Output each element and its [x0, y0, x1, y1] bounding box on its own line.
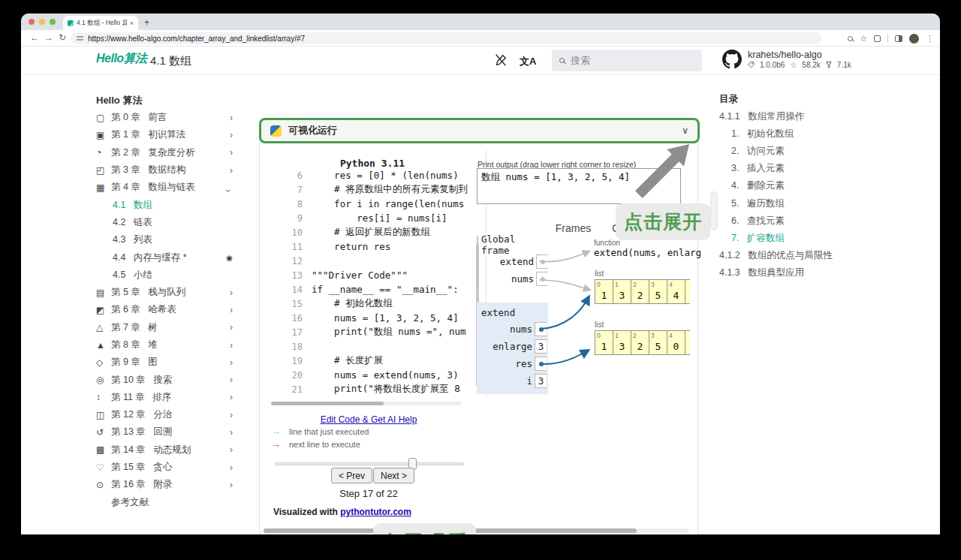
next-button[interactable]: Next >	[373, 468, 414, 483]
toc-item[interactable]: 4.1.3 数组典型应用	[719, 264, 851, 282]
sidebar-item[interactable]: 4.4 内存与缓存 * ◉	[96, 248, 233, 266]
toc-item[interactable]: 2. 访问元素	[719, 143, 851, 160]
annotation-arrow-left-icon	[315, 533, 371, 534]
sidebar-item-label: 第 9 章 图	[111, 356, 224, 369]
edit-code-link[interactable]: Edit Code & Get AI Help	[264, 414, 474, 425]
sidebar-item[interactable]: ▢ 第 0 章 前言 ›	[96, 109, 233, 126]
sidebar-item-label: 第 16 章 附录	[111, 478, 224, 491]
sidebar-item[interactable]: 4.5 小结	[96, 266, 233, 284]
browser-window: 4.1 数组 - Hello 算法 × + ← → ↻ https://www.…	[21, 14, 940, 534]
sidebar-item[interactable]: ▲ 第 8 章 堆 ›	[96, 336, 233, 354]
sidebar-item[interactable]: △ 第 7 章 树 ›	[96, 319, 233, 336]
code-text: """Driver Code"""	[312, 269, 408, 281]
bookmark-star-icon[interactable]: ☆	[860, 34, 867, 44]
sidebar-item[interactable]: ◎ 第 10 章 搜索 ›	[96, 371, 233, 388]
chapter-icon: ▦	[96, 182, 111, 193]
sidebar-item[interactable]: ◰ 第 3 章 数据结构 ›	[96, 161, 233, 179]
new-tab-button[interactable]: +	[144, 17, 149, 28]
prev-button[interactable]: < Prev	[331, 468, 372, 483]
green-arrow-icon: →	[271, 426, 285, 436]
github-repo-link[interactable]: krahets/hello-algo 1.0.0b6 ☆ 58.2k 7.1k	[722, 50, 851, 69]
fork-icon	[826, 61, 832, 69]
fullscreen-window-button[interactable]	[50, 19, 56, 25]
pythontutor-link[interactable]: pythontutor.com	[340, 507, 411, 517]
toc: 目录 4.1.1 数组常用操作 1. 初始化数组 2. 访问元素	[719, 90, 851, 282]
sidebar-item[interactable]: ▦ 第 4 章 数组与链表 ›	[96, 179, 233, 196]
chapter-icon: ◫	[96, 410, 111, 420]
toc-item[interactable]: 7. 扩容数组	[719, 230, 851, 247]
side-panel-icon[interactable]	[895, 35, 902, 42]
sidebar-item[interactable]: ▤ 第 5 章 栈与队列 ›	[96, 284, 233, 301]
minimize-window-button[interactable]	[39, 19, 45, 25]
chapter-icon: ◰	[96, 165, 111, 176]
sidebar-item[interactable]: 4.3 列表	[96, 231, 233, 248]
line-number: 13	[285, 270, 303, 281]
toc-item-label: 1. 初始化数组	[731, 128, 794, 140]
slider-track[interactable]	[275, 462, 464, 465]
chevron-icon: ›	[224, 480, 233, 490]
sidebar-item-label: 第 13 章 回溯	[111, 426, 224, 438]
sidebar-item[interactable]: ◫ 第 12 章 分治 ›	[96, 406, 233, 423]
tab-close-icon[interactable]: ×	[130, 20, 134, 27]
toc-item[interactable]: 5. 遍历数组	[719, 194, 851, 212]
toc-item[interactable]: 1. 初始化数组	[719, 125, 851, 143]
sidebar-item[interactable]: ⊙ 第 16 章 附录 ›	[96, 476, 233, 493]
profile-avatar[interactable]	[909, 34, 919, 44]
chapter-icon: △	[96, 322, 111, 333]
toc-item[interactable]: 3. 插入元素	[719, 160, 851, 177]
chevron-icon: ›	[223, 183, 233, 192]
code-text: res[i] = nums[i]	[312, 212, 447, 224]
sidebar-item[interactable]: ▩ 第 14 章 动态规划 ›	[96, 441, 233, 459]
zoom-icon[interactable]	[848, 36, 853, 41]
chevron-icon: ›	[224, 322, 233, 333]
line-number: 10	[285, 227, 303, 238]
tag-icon	[748, 61, 755, 69]
url-bar[interactable]: https://www.hello-algo.com/chapter_array…	[71, 32, 821, 44]
sidebar-item[interactable]: 参考文献	[96, 494, 233, 511]
sidebar-item[interactable]: ◔ 第 2 章 复杂度分析 ›	[96, 144, 233, 161]
sidebar-item-label: 4.2 链表	[113, 216, 233, 229]
chapter-icon: ◇	[96, 357, 111, 368]
chapter-icon: ▢	[96, 113, 111, 123]
site-logo[interactable]: Hello算法	[96, 51, 147, 67]
back-icon[interactable]: ←	[30, 32, 39, 43]
toc-item[interactable]: 4. 删除元素	[719, 177, 851, 194]
site-info-icon[interactable]	[77, 36, 83, 41]
close-window-button[interactable]	[29, 19, 35, 25]
sidebar-item[interactable]: ↕ 第 11 章 排序 ›	[96, 389, 233, 406]
chapter-icon: ◩	[96, 305, 111, 315]
sidebar-item[interactable]: ♡ 第 15 章 贪心 ›	[96, 459, 233, 476]
site-favicon-icon	[68, 20, 74, 26]
chevron-icon: ›	[224, 375, 233, 385]
repo-stats: 1.0.0b6 ☆ 58.2k 7.1k	[748, 61, 851, 69]
search-icon	[559, 58, 565, 63]
code-text: # 初始化数组	[312, 297, 393, 310]
toc-item-label: 6. 查找元素	[731, 215, 785, 227]
sidebar-item-label: 4.3 列表	[113, 233, 233, 246]
legend-text: line that just executed	[289, 427, 369, 436]
tab-strip: 4.1 数组 - Hello 算法 × +	[21, 14, 940, 30]
collapse-chevron-icon[interactable]: ∨	[682, 125, 688, 136]
visualized-with: Visualized with pythontutor.com	[273, 507, 411, 517]
pen-slash-icon[interactable]	[494, 53, 508, 70]
sidebar-nav: Hello 算法 ▢ 第 0 章 前言 › ▣ 第 1 章 初识算法	[96, 92, 233, 511]
search-input[interactable]: 搜索	[552, 50, 702, 71]
translate-icon[interactable]: 文A	[520, 55, 536, 68]
toc-item[interactable]: 4.1.1 数组常用操作	[719, 108, 851, 125]
toc-item[interactable]: 6. 查找元素	[719, 212, 851, 230]
sidebar-item[interactable]: 4.2 链表	[96, 214, 233, 231]
sidebar-item[interactable]: ↺ 第 13 章 回溯 ›	[96, 423, 233, 441]
desktop-background: 4.1 数组 - Hello 算法 × + ← → ↻ https://www.…	[0, 0, 961, 560]
reload-icon[interactable]: ↻	[59, 32, 66, 43]
menu-icon[interactable]: ⋮	[926, 34, 934, 44]
sidebar-item[interactable]: ▣ 第 1 章 初识算法 ›	[96, 126, 233, 143]
forward-icon[interactable]: →	[44, 32, 53, 43]
extensions-icon[interactable]	[874, 35, 881, 42]
toc-item[interactable]: 4.1.2 数组的优点与局限性	[719, 247, 851, 264]
sidebar-item[interactable]: ◇ 第 9 章 图 ›	[96, 354, 233, 371]
browser-tab[interactable]: 4.1 数组 - Hello 算法 ×	[63, 16, 138, 30]
sidebar-item[interactable]: ◩ 第 6 章 哈希表 ›	[96, 301, 233, 318]
sidebar-item[interactable]: 4.1 数组	[96, 196, 233, 213]
content-scrollbar-thumb[interactable]	[710, 191, 718, 230]
code-horizontal-scrollbar[interactable]	[271, 402, 461, 405]
